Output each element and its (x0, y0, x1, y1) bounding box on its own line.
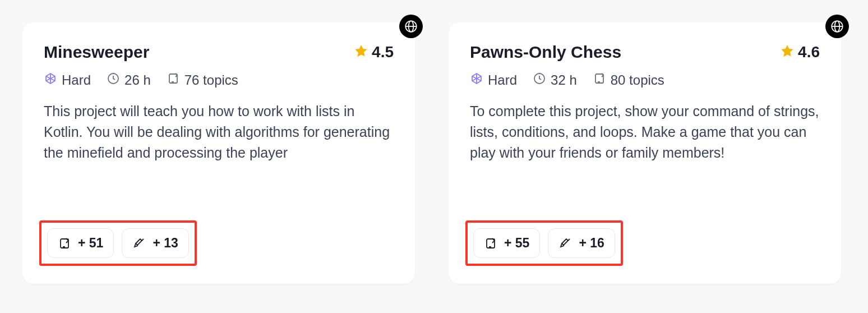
difficulty-icon (470, 72, 483, 89)
globe-badge-icon (399, 15, 423, 38)
meta-row: Hard 32 h 80 topics (470, 72, 820, 89)
topics-pill-label: + 55 (504, 236, 529, 251)
cards-container: Minesweeper 4.5 Hard 26 h (22, 22, 846, 284)
meta-row: Hard 26 h 76 topics (44, 72, 394, 89)
card-header: Minesweeper 4.5 (44, 43, 394, 62)
highlighted-pills: + 55 + 16 (465, 220, 623, 266)
rating: 4.5 (354, 43, 394, 61)
notebook-icon (167, 72, 180, 89)
projects-pill-label: + 13 (153, 236, 178, 251)
highlighted-pills: + 51 + 13 (39, 220, 197, 266)
rating: 4.6 (780, 43, 820, 61)
duration-label: 26 h (124, 72, 151, 88)
topics: 76 topics (167, 72, 238, 89)
difficulty-label: Hard (488, 72, 517, 88)
rating-value: 4.5 (372, 43, 394, 61)
projects-pill[interactable]: + 13 (122, 228, 188, 258)
duration: 26 h (107, 72, 151, 89)
topics-pill-label: + 51 (78, 236, 103, 251)
notebook-icon (593, 72, 606, 89)
difficulty-label: Hard (62, 72, 91, 88)
projects-pill-label: + 16 (579, 236, 604, 251)
globe-badge-icon (825, 15, 849, 38)
topics-label: 76 topics (184, 72, 238, 88)
rating-value: 4.6 (798, 43, 820, 61)
project-description: To complete this project, show your comm… (470, 101, 820, 205)
duration: 32 h (533, 72, 577, 89)
project-description: This project will teach you how to work … (44, 101, 394, 205)
card-header: Pawns-Only Chess 4.6 (470, 43, 820, 62)
project-title: Pawns-Only Chess (470, 43, 621, 62)
project-title: Minesweeper (44, 43, 149, 62)
topics: 80 topics (593, 72, 664, 89)
difficulty: Hard (44, 72, 91, 89)
clock-icon (533, 72, 546, 89)
topics-pill[interactable]: + 55 (473, 228, 540, 258)
star-icon (780, 44, 795, 61)
topics-pill[interactable]: + 51 (47, 228, 114, 258)
topics-label: 80 topics (611, 72, 664, 88)
star-icon (354, 44, 368, 61)
difficulty-icon (44, 72, 57, 89)
project-card[interactable]: Pawns-Only Chess 4.6 Hard 32 h (449, 22, 841, 284)
difficulty: Hard (470, 72, 517, 89)
project-card[interactable]: Minesweeper 4.5 Hard 26 h (22, 22, 415, 284)
projects-pill[interactable]: + 16 (548, 228, 615, 258)
duration-label: 32 h (551, 72, 577, 88)
clock-icon (107, 72, 120, 89)
